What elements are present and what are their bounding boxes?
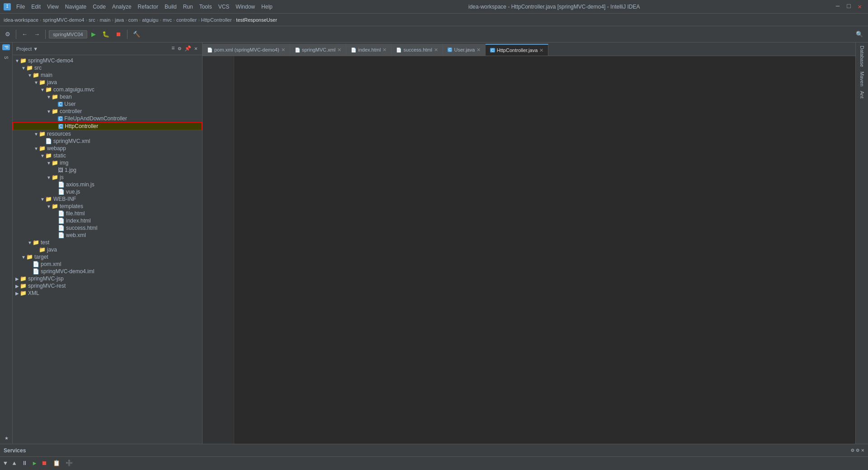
tree-item-springMVC-xml[interactable]: 📄 springMVC.xml [13,138,202,145]
tab-pom-xml--springMVC-demo4-[interactable]: 📄pom.xml (springMVC-demo4)✕ [203,44,290,56]
tree-arrow[interactable]: ▶ [14,291,20,296]
collapse-all-icon[interactable]: ≡ [170,45,175,52]
minimize-button[interactable]: ─ [833,3,842,10]
pause-icon[interactable]: ⏸ [20,459,29,468]
tab-close[interactable]: ✕ [476,47,481,53]
services-options-icon[interactable]: ⚙ [856,447,859,454]
tree-item-pom-xml[interactable]: 📄 pom.xml [13,261,202,268]
tree-arrow[interactable]: ▼ [40,197,45,202]
services-settings-icon[interactable]: ⚙ [851,447,854,454]
tree-item-templates[interactable]: ▼ 📁 templates [13,203,202,210]
toolbar-search[interactable]: 🔍 [854,29,865,39]
tree-item-HttpController[interactable]: C HttpController [13,122,202,130]
menu-item-run[interactable]: Run [180,3,196,11]
tree-arrow[interactable]: ▼ [27,240,33,245]
project-panel-icons[interactable]: ≡ ⚙ 📌 ✕ [170,45,198,52]
tab-User-java[interactable]: CUser.java✕ [443,44,486,56]
toolbar-build[interactable]: 🔨 [131,29,142,39]
stop-icon[interactable]: ⏹ [40,459,49,468]
run-configuration[interactable]: springMVC04 [49,30,87,38]
tree-arrow[interactable]: ▼ [46,161,52,166]
collapse-icon[interactable]: ▼ [2,459,9,468]
tree-item-XML[interactable]: ▶ 📁 XML [13,290,202,297]
menu-item-analyze[interactable]: Analyze [109,3,134,11]
tree-item-vue-js[interactable]: 📄 vue.js [13,188,202,195]
tree-item-index-html[interactable]: 📄 index.html [13,217,202,224]
menu-item-refactor[interactable]: Refactor [135,3,161,11]
tree-arrow[interactable]: ▼ [46,175,52,180]
menu-item-vcs[interactable]: VCS [216,3,232,11]
tab-close[interactable]: ✕ [539,47,543,53]
toolbar-forward[interactable]: → [32,29,42,39]
close-panel-icon[interactable]: ✕ [193,45,198,52]
menu-item-tools[interactable]: Tools [197,3,215,11]
tab-close[interactable]: ✕ [382,47,387,53]
tab-index-html[interactable]: 📄index.html✕ [346,44,392,56]
menu-item-code[interactable]: Code [90,3,108,11]
menu-item-window[interactable]: Window [233,3,258,11]
tree-item-User[interactable]: C User [13,100,202,108]
services-header-icons[interactable]: ⚙ ⚙ ✕ [851,447,864,454]
tab-close[interactable]: ✕ [434,47,438,53]
tree-arrow[interactable]: ▼ [33,80,39,85]
tree-item-web-xml[interactable]: 📄 web.xml [13,232,202,239]
tree-item-img[interactable]: ▼ 📁 img [13,159,202,166]
tab-HttpController-java[interactable]: CHttpController.java✕ [486,44,548,56]
tree-arrow[interactable]: ▶ [14,276,20,281]
tree-item-1-jpg[interactable]: 🖼 1.jpg [13,166,202,174]
tree-item-springMVC-demo4-iml[interactable]: 📄 springMVC-demo4.iml [13,268,202,275]
ant-btn[interactable]: Ant [858,90,866,100]
tree-item-src[interactable]: ▼ 📁 src [13,64,202,71]
menu-item-navigate[interactable]: Navigate [62,3,89,11]
tree-arrow[interactable]: ▼ [40,87,45,92]
tree-arrow[interactable]: ▼ [21,255,26,260]
tree-arrow[interactable]: ▼ [33,132,39,137]
tree-arrow[interactable]: ▼ [46,109,52,114]
window-controls[interactable]: ─ □ ✕ [833,3,864,10]
menu-item-view[interactable]: View [44,3,61,11]
menu-item-edit[interactable]: Edit [28,3,43,11]
tree-item-js[interactable]: ▼ 📁 js [13,174,202,181]
tree-item-bean[interactable]: ▼ 📁 bean [13,93,202,100]
tree-arrow[interactable]: ▼ [27,73,33,78]
tree-item-webapp[interactable]: ▼ 📁 webapp [13,145,202,152]
menu-item-file[interactable]: File [14,3,28,11]
toolbar-settings[interactable]: ⚙ [3,29,13,39]
add-icon[interactable]: ➕ [64,459,75,468]
tab-springMVC-xml[interactable]: 📄springMVC.xml✕ [290,44,347,56]
tree-arrow[interactable]: ▼ [14,58,20,63]
tree-arrow[interactable]: ▶ [14,284,20,289]
pin-icon[interactable]: 📌 [184,45,192,52]
tree-item-java[interactable]: ▼ 📁 java [13,79,202,86]
expand-icon[interactable]: ▲ [11,459,18,468]
tree-item-controller[interactable]: ▼ 📁 controller [13,108,202,115]
tree-item-java[interactable]: 📁 java [13,246,202,253]
debug-button[interactable]: 🐛 [100,29,112,39]
tree-item-springMVC-jsp[interactable]: ▶ 📁 springMVC-jsp [13,275,202,282]
editor-tabs[interactable]: 📄pom.xml (springMVC-demo4)✕📄springMVC.xm… [203,43,855,56]
tree-item-com-atguigu-mvc[interactable]: ▼ 📁 com.atguigu.mvc [13,86,202,93]
tree-item-main[interactable]: ▼ 📁 main [13,71,202,79]
toolbar-back[interactable]: ← [19,29,30,39]
tree-arrow[interactable]: ▼ [46,204,52,209]
project-sidebar-btn[interactable]: P [2,44,10,50]
tab-close[interactable]: ✕ [281,47,285,53]
stop-button[interactable]: ⏹ [113,29,124,39]
tree-item-resources[interactable]: ▼ 📁 resources [13,130,202,138]
tab-close[interactable]: ✕ [337,47,341,53]
tree-arrow[interactable]: ▼ [46,95,52,100]
bookmarks-btn[interactable]: ★ [2,434,10,442]
tree-item-FileUpAndDownController[interactable]: C FileUpAndDownController [13,115,202,122]
tree-item-axios-min-js[interactable]: 📄 axios.min.js [13,181,202,188]
play-icon[interactable]: ▶ [31,459,38,468]
menu-item-help[interactable]: Help [259,3,275,11]
structure-btn[interactable]: S [2,55,10,61]
tree-item-springMVC-rest[interactable]: ▶ 📁 springMVC-rest [13,282,202,290]
maximize-button[interactable]: □ [844,3,853,10]
maven-btn[interactable]: Maven [858,70,866,88]
run-button[interactable]: ▶ [89,29,98,39]
project-tree[interactable]: ▼ 📁 springMVC-demo4 ▼ 📁 src ▼ 📁 main ▼ 📁… [13,55,202,444]
tree-item-test[interactable]: ▼ 📁 test [13,239,202,246]
tree-item-success-html[interactable]: 📄 success.html [13,224,202,232]
tab-success-html[interactable]: 📄success.html✕ [392,44,443,56]
